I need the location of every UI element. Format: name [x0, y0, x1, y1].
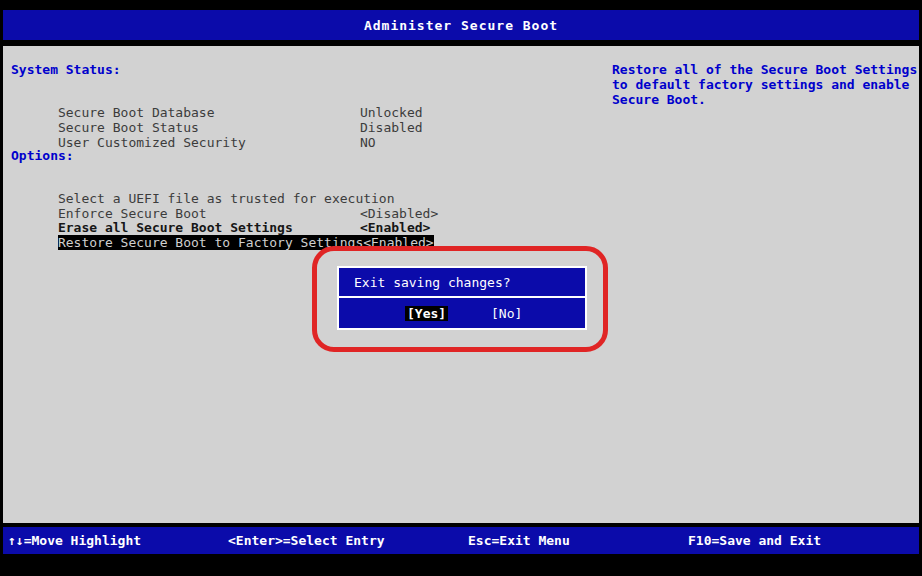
exit-dialog: Exit saving changes? [Yes] [No]: [337, 266, 587, 330]
system-status-heading: System Status:: [11, 62, 121, 77]
dialog-yes-button[interactable]: [Yes]: [405, 306, 448, 321]
hint-save-and-exit: F10=Save and Exit: [688, 533, 821, 548]
option-value: <Enabled>: [363, 235, 433, 250]
option-restore-factory-settings[interactable]: Restore Secure Boot to Factory Settings<…: [11, 220, 434, 235]
option-label: Restore Secure Boot to Factory Settings: [58, 235, 363, 250]
page-title: Administer Secure Boot: [364, 18, 558, 33]
key-hints-bar: ↑↓=Move Highlight <Enter>=Select Entry E…: [3, 527, 919, 554]
title-bar: Administer Secure Boot: [3, 10, 919, 40]
status-row-database: Secure Boot DatabaseUnlocked: [11, 90, 423, 105]
dialog-separator: [339, 296, 585, 298]
option-enforce-secure-boot[interactable]: Enforce Secure Boot<Disabled>: [11, 191, 438, 206]
dialog-title: Exit saving changes?: [354, 275, 511, 290]
hint-select-entry: <Enter>=Select Entry: [228, 533, 385, 548]
help-text: Restore all of the Secure Boot Settings …: [612, 62, 920, 107]
status-row-user-security: User Customized SecurityNO: [11, 120, 376, 135]
dialog-no-button[interactable]: [No]: [491, 306, 522, 321]
main-panel: System Status: Secure Boot DatabaseUnloc…: [3, 46, 919, 523]
option-erase-all-settings[interactable]: Erase all Secure Boot Settings<Enabled>: [11, 205, 430, 220]
hint-move-highlight: ↑↓=Move Highlight: [8, 533, 141, 548]
hint-exit-menu: Esc=Exit Menu: [468, 533, 570, 548]
status-row-status: Secure Boot StatusDisabled: [11, 105, 423, 120]
status-value: NO: [360, 135, 376, 150]
status-label: User Customized Security: [58, 135, 360, 150]
option-select-uefi-file[interactable]: Select a UEFI file as trusted for execut…: [11, 176, 395, 191]
options-heading: Options:: [11, 148, 74, 163]
